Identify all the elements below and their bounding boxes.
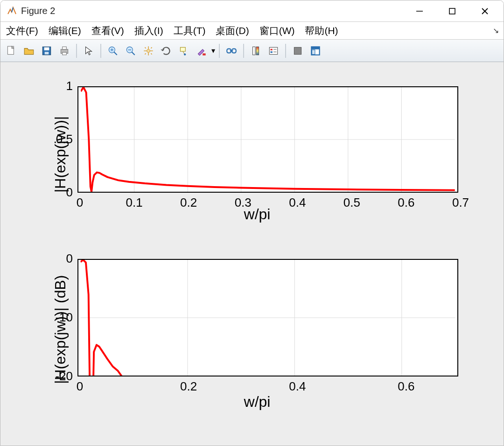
svg-rect-27 bbox=[269, 47, 277, 54]
title-bar: Figure 2 bbox=[0, 0, 504, 22]
menu-tools[interactable]: 工具(T) bbox=[172, 23, 208, 38]
menu-bar: 文件(F) 编辑(E) 查看(V) 插入(I) 工具(T) 桌面(D) 窗口(W… bbox=[0, 22, 504, 40]
menu-window[interactable]: 窗口(W) bbox=[258, 23, 297, 38]
svg-rect-6 bbox=[44, 47, 49, 50]
subplot-bottom: -20-100 00.20.40.6 w/pi |H(exp(jw))| (dB… bbox=[0, 253, 504, 442]
toolbar-separator bbox=[76, 44, 77, 58]
svg-rect-26 bbox=[256, 47, 259, 55]
svg-rect-34 bbox=[311, 47, 319, 49]
rotate-icon[interactable] bbox=[158, 43, 174, 59]
svg-point-20 bbox=[184, 53, 186, 55]
svg-line-12 bbox=[114, 52, 117, 55]
svg-rect-28 bbox=[271, 49, 273, 50]
svg-rect-29 bbox=[271, 51, 273, 53]
xtick-label: 0.5 bbox=[340, 195, 364, 210]
xlabel-top: w/pi bbox=[196, 206, 318, 223]
svg-rect-1 bbox=[449, 8, 455, 14]
print-icon[interactable] bbox=[56, 43, 72, 59]
overflow-arrow-icon[interactable]: ↘ bbox=[493, 26, 499, 35]
dock-icon[interactable] bbox=[308, 43, 323, 59]
pan-icon[interactable] bbox=[140, 43, 156, 59]
ytick-label: 0 bbox=[45, 251, 73, 266]
ylabel-bottom: |H(exp(jw))| (dB) bbox=[52, 275, 69, 384]
plot-line-bottom bbox=[78, 260, 457, 376]
menu-desktop[interactable]: 桌面(D) bbox=[214, 23, 251, 38]
xtick-label: 0.6 bbox=[394, 379, 418, 394]
open-file-icon[interactable] bbox=[21, 43, 37, 59]
new-file-icon[interactable] bbox=[3, 43, 19, 59]
axes-top[interactable] bbox=[77, 86, 458, 193]
svg-point-18 bbox=[147, 49, 150, 52]
menu-view[interactable]: 查看(V) bbox=[90, 23, 126, 38]
svg-rect-19 bbox=[180, 47, 185, 51]
dropdown-caret-icon[interactable]: ▾ bbox=[211, 46, 215, 55]
save-icon[interactable] bbox=[39, 43, 55, 59]
toolbar-separator bbox=[243, 44, 244, 58]
hide-tools-icon[interactable] bbox=[290, 43, 306, 59]
toolbar-separator bbox=[219, 44, 220, 58]
window-title: Figure 2 bbox=[21, 6, 413, 16]
datatip-icon[interactable] bbox=[176, 43, 192, 59]
xtick-label: 0.1 bbox=[123, 195, 146, 210]
xtick-label: 0.7 bbox=[449, 195, 472, 210]
svg-rect-7 bbox=[45, 52, 49, 54]
xtick-label: 0.2 bbox=[177, 379, 200, 394]
svg-line-16 bbox=[132, 52, 135, 55]
toolbar-separator bbox=[285, 44, 286, 58]
zoom-in-icon[interactable] bbox=[105, 43, 121, 59]
close-button[interactable] bbox=[478, 5, 491, 18]
zoom-out-icon[interactable] bbox=[123, 43, 139, 59]
legend-icon[interactable] bbox=[266, 43, 281, 59]
brush-icon[interactable] bbox=[194, 43, 210, 59]
toolbar-separator bbox=[100, 44, 101, 58]
figure-toolbar: ▾ bbox=[0, 40, 504, 62]
window-controls bbox=[413, 5, 498, 18]
svg-rect-10 bbox=[63, 52, 67, 55]
xtick-label: 0 bbox=[68, 195, 91, 210]
figure-area: 00.51 00.10.20.30.40.50.60.7 w/pi |H(exp… bbox=[0, 62, 504, 446]
link-icon[interactable] bbox=[224, 43, 239, 59]
menu-help[interactable]: 帮助(H) bbox=[303, 23, 340, 38]
axes-bottom[interactable] bbox=[77, 259, 458, 376]
xlabel-bottom: w/pi bbox=[196, 393, 318, 411]
xtick-label: 0 bbox=[68, 379, 91, 394]
colorbar-icon[interactable] bbox=[248, 43, 264, 59]
ylabel-top: |H(exp(jw))| bbox=[52, 116, 69, 193]
svg-rect-9 bbox=[63, 47, 67, 49]
maximize-button[interactable] bbox=[446, 5, 459, 18]
matlab-logo-icon bbox=[6, 6, 17, 17]
minimize-button[interactable] bbox=[413, 5, 426, 18]
xtick-label: 0.6 bbox=[394, 195, 418, 210]
ytick-label: 1 bbox=[45, 79, 73, 93]
svg-rect-21 bbox=[203, 53, 206, 55]
select-icon[interactable] bbox=[81, 43, 97, 59]
menu-edit[interactable]: 编辑(E) bbox=[47, 23, 83, 38]
menu-insert[interactable]: 插入(I) bbox=[133, 23, 165, 38]
subplot-top: 00.51 00.10.20.30.40.50.60.7 w/pi |H(exp… bbox=[0, 75, 504, 248]
plot-line-top bbox=[78, 87, 457, 192]
xtick-label: 0.4 bbox=[286, 379, 309, 394]
svg-rect-35 bbox=[312, 49, 315, 54]
svg-rect-32 bbox=[294, 47, 301, 54]
menu-file[interactable]: 文件(F) bbox=[4, 23, 40, 38]
svg-rect-25 bbox=[253, 47, 255, 55]
